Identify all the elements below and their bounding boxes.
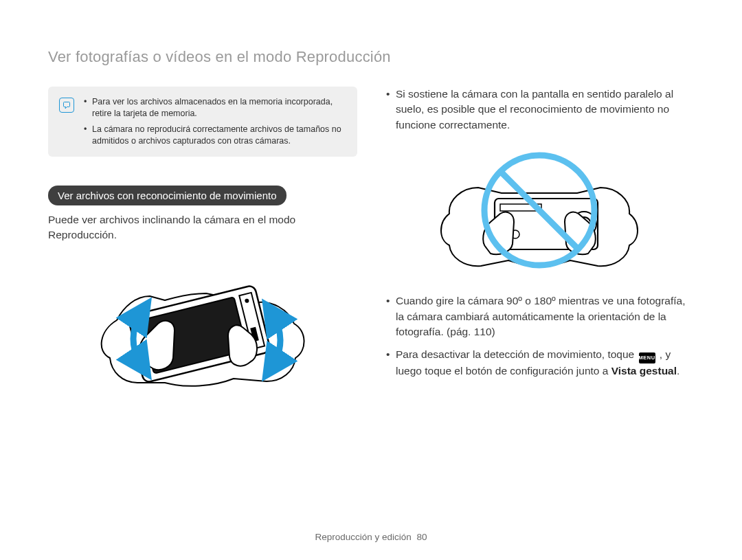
left-column: Para ver los archivos almacenados en la … [48,87,357,406]
instruction-list: Cuando gire la cámara 90º o 180º mientra… [385,293,694,379]
page-number: 80 [417,532,427,542]
text-emphasis: Vista gestual [611,365,677,377]
text-fragment: Para desactivar la detección de movimien… [396,348,638,360]
instruction-item: Cuando gire la cámara 90º o 180º mientra… [385,293,694,339]
two-column-layout: Para ver los archivos almacenados en la … [48,87,694,406]
note-item: La cámara no reproducirá correctamente a… [84,124,346,147]
camera-tilt-drawing [96,255,309,399]
footer-section: Reproducción y edición [315,532,411,542]
info-icon [59,98,74,113]
section-heading: Ver archivos con reconocimiento de movim… [48,186,286,205]
menu-icon: MENU [639,352,655,363]
camera-parallel-drawing [433,145,646,276]
right-column: Si sostiene la cámara con la pantalla en… [385,87,694,406]
page-footer: Reproducción y edición 80 [0,532,742,542]
note-box: Para ver los archivos almacenados en la … [48,87,357,157]
illustration-parallel-hold [385,145,694,276]
info-icon-glyph [63,101,71,109]
note-item: Para ver los archivos almacenados en la … [84,96,346,120]
text-fragment: . [677,365,679,377]
page-title: Ver fotografías o vídeos en el modo Repr… [48,48,694,66]
section-intro: Puede ver archivos inclinando la cámara … [48,212,357,243]
warning-item: Si sostiene la cámara con la pantalla en… [385,87,694,133]
illustration-tilted-camera [48,255,357,399]
manual-page: Ver fotografías o vídeos en el modo Repr… [0,0,742,560]
top-warning: Si sostiene la cámara con la pantalla en… [385,87,694,133]
instruction-item: Para desactivar la detección de movimien… [385,347,694,379]
note-list: Para ver los archivos almacenados en la … [84,96,346,147]
